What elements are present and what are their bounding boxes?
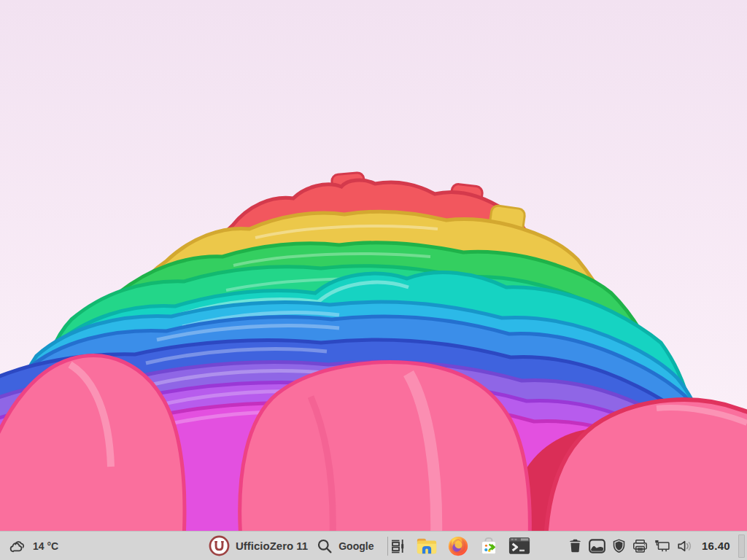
trash-button[interactable]	[568, 538, 582, 553]
os-menu-button[interactable]	[209, 535, 230, 556]
show-desktop-button[interactable]	[738, 534, 745, 558]
printer-button[interactable]	[632, 539, 648, 553]
taskbar: 14 °C UfficioZero 11 Google	[0, 531, 747, 560]
desktop-screen: 14 °C UfficioZero 11 Google	[0, 0, 747, 560]
network-button[interactable]	[654, 540, 670, 553]
search-icon	[317, 538, 333, 554]
terminal-button[interactable]	[508, 537, 530, 555]
ufficiozero-logo-icon	[209, 535, 230, 556]
system-tray: 16.40	[568, 532, 747, 560]
search-button[interactable]	[317, 538, 333, 554]
screenshot-tool-button[interactable]	[589, 539, 605, 553]
firefox-icon	[447, 535, 469, 557]
network-icon	[654, 540, 670, 553]
window-list-button[interactable]	[389, 537, 406, 555]
os-menu-label[interactable]: UfficioZero 11	[236, 540, 308, 552]
weather-applet[interactable]: 14 °C	[8, 532, 58, 560]
app-launcher-area	[389, 532, 530, 560]
volume-icon	[677, 540, 694, 553]
search-label[interactable]: Google	[338, 540, 374, 552]
shield-icon	[612, 538, 626, 553]
image-icon	[589, 539, 605, 553]
printer-icon	[632, 539, 648, 553]
file-manager-icon	[416, 536, 438, 556]
volume-button[interactable]	[677, 540, 694, 553]
rainbow-ribbon-wallpaper	[0, 0, 747, 531]
software-center-button[interactable]	[479, 536, 499, 556]
cloud-icon	[8, 538, 27, 554]
trash-icon	[568, 538, 582, 553]
window-list-icon	[389, 537, 406, 555]
security-button[interactable]	[612, 538, 626, 553]
software-center-icon	[479, 536, 499, 556]
terminal-icon	[508, 537, 530, 555]
clock[interactable]: 16.40	[702, 540, 730, 552]
file-manager-button[interactable]	[416, 536, 438, 556]
weather-temperature: 14 °C	[33, 540, 58, 552]
firefox-button[interactable]	[447, 535, 469, 557]
desktop-area[interactable]	[0, 0, 747, 531]
